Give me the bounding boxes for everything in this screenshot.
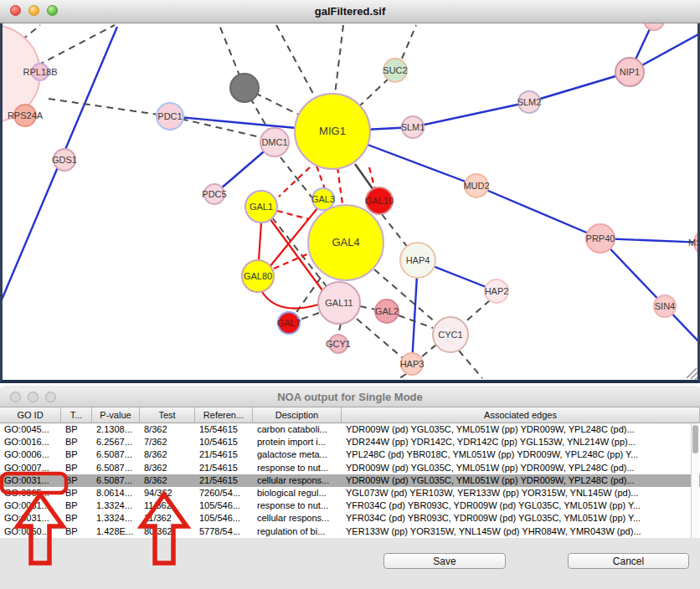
cell-type: BP [61,499,92,512]
network-window: galFiltered.sif RPL18BRPS24AGDS1PDC1PDC5… [0,0,700,383]
node-label: GAL11 [325,298,353,308]
node-label: SIN4 [655,301,675,311]
network-edge [170,116,275,141]
node[interactable] [230,74,259,102]
node-label: SLM2 [517,97,542,107]
table-header: GO IDT...P-valueTestReferen...Desciption… [0,407,700,423]
network-edge [399,315,433,328]
network-canvas[interactable]: RPL18BRPS24AGDS1PDC1PDC5DMC1MIG1SUC2SLM1… [0,23,700,383]
cell-description: protein import i... [253,436,342,448]
cell-test: 8/362 [140,474,195,487]
table-row[interactable]: GO:0050...BP1.428E...80/3625778/54...reg… [0,525,700,538]
node-label: GAL4 [332,236,359,248]
network-edge [529,72,630,102]
node-label: MIG1 [319,125,346,137]
node-label: GDS1 [52,155,77,165]
cell-description: cellular respons... [253,474,342,487]
scrollbar-thumb[interactable] [692,425,698,453]
node-label: SUC2 [383,65,407,75]
node-label: GAL2 [375,306,399,316]
vertical-scrollbar[interactable] [691,423,699,538]
window-title: NOA output for Single Mode [0,387,700,407]
column-header[interactable]: P-value [92,407,140,423]
cell-p_value: 1.428E... [92,525,140,538]
cell-test: 8/362 [140,448,195,461]
network-titlebar[interactable]: galFiltered.sif [0,0,700,23]
cell-go_id: GO:0007... [0,462,61,474]
cell-description: cellular respons... [253,512,342,525]
cell-edges: YDR009W (pd) YGL035C, YML051W (pp) YDR00… [342,474,700,487]
table-row[interactable]: GO:0045...BP2.1308...8/36215/54615carbon… [0,423,700,436]
network-edge [355,164,373,190]
cell-type: BP [61,525,92,538]
cell-description: response to nut... [253,499,342,512]
cell-go_id: GO:0031... [0,499,61,512]
table-row[interactable]: GO:0031...BP6.5087...8/36221/54615cellul… [0,474,700,487]
table-row[interactable]: GO:0016...BP6.2567...7/36210/54615protei… [0,436,700,448]
network-edge [279,167,310,197]
cancel-button[interactable]: Cancel [568,553,689,569]
node-label: MUD2 [463,181,489,191]
node-label: DMC1 [261,137,287,147]
cell-p_value: 6.2567... [92,436,140,448]
table-row[interactable]: GO:0031...BP1.3324...11/362105/546...res… [0,499,700,512]
cell-description: response to nut... [253,462,342,474]
node-label: MSI [688,238,697,248]
network-nodes[interactable]: RPL18BRPS24AGDS1PDC1PDC5DMC1MIG1SUC2SLM1… [3,23,697,375]
node-label: PRP40 [586,233,615,243]
table-row[interactable]: GO:0007...BP6.5087...8/36221/54615respon… [0,462,700,474]
table-body: GO:0045...BP2.1308...8/36215/54615carbon… [0,423,700,538]
cell-reference: 105/546... [195,512,253,525]
node-label: GCY1 [326,339,351,349]
table-row[interactable]: GO:0065...BP8.0614...94/3627260/54...bio… [0,487,700,499]
network-edge [276,25,319,105]
network-edge [277,211,309,219]
node-label: PDC1 [157,111,182,121]
cell-go_id: GO:0065... [0,487,61,499]
column-header[interactable]: Desciption [253,407,342,423]
resize-grip-icon[interactable] [687,368,697,380]
cell-p_value: 6.5087... [92,474,140,487]
cell-reference: 21/54615 [195,448,253,461]
cell-type: BP [61,423,92,436]
cell-reference: 7260/54... [195,487,253,499]
cell-reference: 21/54615 [195,462,253,474]
cell-test: 8/362 [140,462,195,474]
cell-test: 7/362 [140,436,195,448]
column-header[interactable]: Test [140,407,195,423]
node-label: CYC1 [438,330,462,340]
cell-p_value: 2.1308... [92,423,140,436]
node-label: GAL80 [244,271,272,281]
node-label: HAP4 [406,255,430,265]
network-edges [3,23,697,380]
cell-go_id: GO:0045... [0,423,61,436]
cell-edges: YER133W (pp) YOR315W, YNL145W (pd) YHR08… [342,525,700,538]
node[interactable] [644,23,664,30]
cell-p_value: 1.3324... [92,499,140,512]
column-header[interactable]: GO ID [0,407,61,423]
node-label: GAL3 [311,194,335,204]
node-label: GAL10 [365,196,394,206]
cell-description: galactose meta... [253,448,342,461]
column-header[interactable]: T... [61,407,92,423]
cell-reference: 5778/54... [195,525,253,538]
column-header[interactable]: Referen... [195,407,253,423]
network-edge [338,324,341,335]
cell-edges: YDR009W (pd) YGL035C, YML051W (pp) YDR00… [342,462,700,474]
cell-test: 94/362 [140,487,195,499]
cell-p_value: 6.5087... [92,448,140,461]
table-row[interactable]: GO:0031...BP1.3324...11/362105/546...cel… [0,512,700,525]
noa-titlebar[interactable]: NOA output for Single Mode [0,387,700,407]
cell-type: BP [61,487,92,499]
cell-type: BP [61,436,92,448]
save-button[interactable]: Save [383,553,506,569]
cell-reference: 15/54615 [195,423,253,436]
cell-description: biological regul... [253,487,342,499]
network-edge [459,351,482,378]
cell-test: 8/362 [140,423,195,436]
table-row[interactable]: GO:0006...BP6.5087...8/36221/54615galact… [0,448,700,461]
cell-edges: YGL073W (pd) YER103W, YER133W (pp) YOR31… [342,487,700,499]
network-edge [413,102,529,127]
column-header[interactable]: Associated edges [342,407,700,423]
network-graph[interactable]: RPL18BRPS24AGDS1PDC1PDC5DMC1MIG1SUC2SLM1… [3,23,697,380]
